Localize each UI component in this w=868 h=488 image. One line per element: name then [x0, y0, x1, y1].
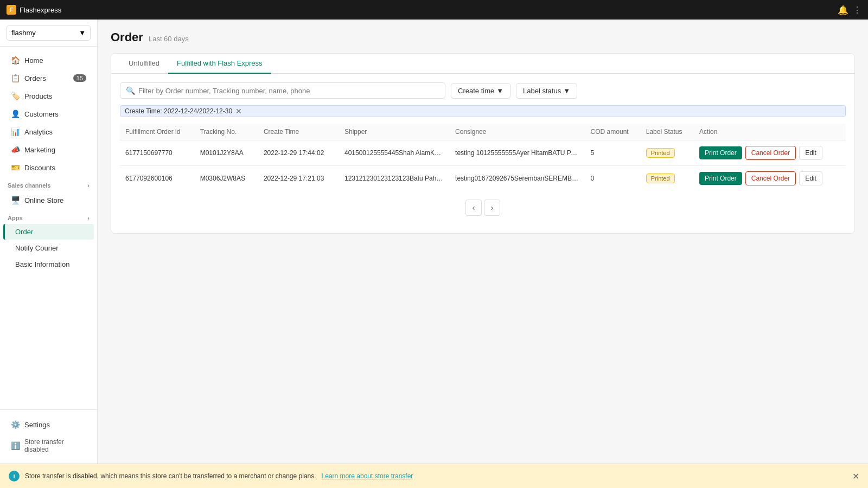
info-circle-icon: ℹ️ — [11, 441, 20, 450]
apps-section[interactable]: Apps › — [0, 209, 97, 223]
status-badge-1: Printed — [646, 174, 675, 183]
tabs-container: Unfulfilled Fulfilled with Flash Express — [111, 54, 854, 74]
sales-channels-chevron-icon: › — [87, 182, 90, 189]
store-transfer-label: Store transfer disabled — [24, 438, 86, 453]
sidebar-item-online-store[interactable]: 🖥️ Online Store — [3, 191, 94, 209]
prev-icon: ‹ — [473, 203, 475, 212]
sidebar-item-discounts[interactable]: 🎫 Discounts — [3, 159, 94, 176]
table-header-row: Fulfillment Order id Tracking No. Create… — [120, 124, 846, 140]
sidebar-item-label-discounts: Discounts — [24, 164, 55, 172]
sidebar-item-label-settings: Settings — [24, 421, 50, 429]
cell-create-time-1: 2022-12-29 17:21:03 — [258, 166, 339, 191]
banner-learn-more-link[interactable]: Learn more about store transfer — [322, 472, 413, 480]
main-content: Order Last 60 days Unfulfilled Fulfilled… — [98, 20, 868, 464]
sidebar-item-label-online-store: Online Store — [24, 196, 63, 204]
app-icon: F — [7, 5, 16, 15]
tab-unfulfilled[interactable]: Unfulfilled — [120, 54, 168, 74]
sales-channels-section[interactable]: Sales channels › — [0, 177, 97, 191]
col-header-action: Action — [694, 124, 846, 140]
search-input[interactable] — [138, 87, 439, 95]
store-transfer-banner: i Store transfer is disabled, which mean… — [0, 464, 868, 488]
online-store-icon: 🖥️ — [11, 196, 20, 204]
sidebar-subitem-label-order: Order — [15, 228, 33, 236]
cell-create-time-0: 2022-12-29 17:44:02 — [258, 140, 339, 166]
sidebar-item-products[interactable]: 🏷️ Products — [3, 87, 94, 105]
filter-chip-create-time: Create Time: 2022-12-24/2022-12-30 ✕ — [120, 105, 846, 117]
col-header-tracking-no: Tracking No. — [195, 124, 258, 140]
cell-cod-amount-0: 5 — [585, 140, 641, 166]
col-header-label-status: Label Status — [641, 124, 694, 140]
col-header-order-id: Fulfillment Order id — [120, 124, 195, 140]
cell-shipper-0: 401500125555445Shah AlamKLANGSelangorJal… — [339, 140, 450, 166]
layout: flashmy ▼ 🏠 Home 📋 Orders 15 🏷️ Products… — [0, 20, 868, 464]
apps-chevron-icon: › — [87, 215, 90, 221]
cell-order-id-0: 6177150697770 — [120, 140, 195, 166]
table-row: 6177092600106 M0306J2W8AS 2022-12-29 17:… — [120, 166, 846, 191]
sidebar-item-customers[interactable]: 👤 Customers — [3, 105, 94, 123]
settings-icon: ⚙️ — [11, 420, 20, 429]
store-transfer-disabled[interactable]: ℹ️ Store transfer disabled — [3, 434, 94, 458]
cell-tracking-no-0: M0101J2Y8AA — [195, 140, 258, 166]
topbar-menu-icon[interactable]: ⋮ — [853, 5, 861, 15]
sidebar-item-label-home: Home — [24, 56, 43, 65]
sales-channels-label: Sales channels — [8, 182, 51, 189]
prev-page-btn[interactable]: ‹ — [465, 200, 482, 216]
sidebar-subitem-label-basic-information: Basic Information — [15, 260, 69, 268]
page-subtitle: Last 60 days — [149, 35, 189, 43]
orders-table: Fulfillment Order id Tracking No. Create… — [120, 124, 846, 191]
sidebar-subitem-basic-information[interactable]: Basic Information — [3, 256, 94, 272]
store-dropdown[interactable]: flashmy ▼ — [7, 25, 91, 41]
sidebar-subitem-order[interactable]: Order — [3, 224, 94, 240]
banner-info-icon: i — [9, 471, 20, 481]
edit-btn-0[interactable]: Edit — [799, 146, 822, 160]
edit-btn-1[interactable]: Edit — [799, 171, 822, 185]
sidebar-item-analytics[interactable]: 📊 Analytics — [3, 123, 94, 140]
sidebar-item-home[interactable]: 🏠 Home — [3, 52, 94, 69]
sidebar-item-label-marketing: Marketing — [24, 146, 55, 154]
col-header-cod-amount: COD amount — [585, 124, 641, 140]
app-name: Flashexpress — [20, 6, 61, 14]
sidebar: flashmy ▼ 🏠 Home 📋 Orders 15 🏷️ Products… — [0, 20, 98, 464]
tab-fulfilled-flash[interactable]: Fulfilled with Flash Express — [168, 54, 271, 74]
discounts-icon: 🎫 — [11, 163, 20, 172]
sidebar-item-settings[interactable]: ⚙️ Settings — [3, 416, 94, 433]
sidebar-item-orders[interactable]: 📋 Orders 15 — [3, 69, 94, 87]
card-body: 🔍 Create time ▼ Label status ▼ — [111, 74, 854, 233]
label-status-filter-btn[interactable]: Label status ▼ — [516, 83, 577, 99]
next-page-btn[interactable]: › — [484, 200, 500, 216]
sidebar-item-label-analytics: Analytics — [24, 128, 53, 136]
sidebar-subitem-label-notify-courier: Notify Courier — [15, 244, 58, 252]
print-order-btn-0[interactable]: Print Order — [699, 146, 742, 159]
analytics-icon: 📊 — [11, 127, 20, 136]
cell-shipper-1: 123121230123123123Batu PahatBATU PAHATJo… — [339, 166, 450, 191]
create-time-label: Create time — [458, 87, 494, 95]
label-status-chevron-icon: ▼ — [563, 87, 570, 95]
notification-icon[interactable]: 🔔 — [838, 5, 848, 15]
cancel-order-btn-0[interactable]: Cancel Order — [745, 146, 796, 160]
dropdown-arrow-icon: ▼ — [79, 29, 86, 37]
sidebar-subitem-notify-courier[interactable]: Notify Courier — [3, 240, 94, 256]
col-header-shipper: Shipper — [339, 124, 450, 140]
sidebar-item-label-customers: Customers — [24, 110, 59, 118]
apps-label: Apps — [8, 215, 23, 221]
print-order-btn-1[interactable]: Print Order — [699, 172, 742, 185]
topbar: F Flashexpress 🔔 ⋮ — [0, 0, 868, 20]
cell-action-0: Print Order Cancel Order Edit — [694, 140, 846, 166]
home-icon: 🏠 — [11, 56, 20, 65]
cell-tracking-no-1: M0306J2W8AS — [195, 166, 258, 191]
active-filters: Create Time: 2022-12-24/2022-12-30 ✕ — [120, 105, 846, 117]
store-name: flashmy — [11, 29, 36, 37]
create-time-filter-btn[interactable]: Create time ▼ — [451, 83, 510, 99]
banner-close-btn[interactable]: ✕ — [852, 471, 859, 481]
cell-label-status-0: Printed — [641, 140, 694, 166]
filters-row: 🔍 Create time ▼ Label status ▼ — [120, 82, 846, 99]
products-icon: 🏷️ — [11, 92, 20, 100]
sidebar-nav: 🏠 Home 📋 Orders 15 🏷️ Products 👤 Custome… — [0, 47, 97, 409]
filter-chip-remove-btn[interactable]: ✕ — [235, 107, 242, 115]
next-icon: › — [491, 203, 494, 212]
banner-text: Store transfer is disabled, which means … — [25, 472, 316, 480]
sidebar-item-marketing[interactable]: 📣 Marketing — [3, 141, 94, 158]
cell-action-1: Print Order Cancel Order Edit — [694, 166, 846, 191]
cancel-order-btn-1[interactable]: Cancel Order — [745, 171, 796, 185]
pagination: ‹ › — [120, 191, 846, 224]
